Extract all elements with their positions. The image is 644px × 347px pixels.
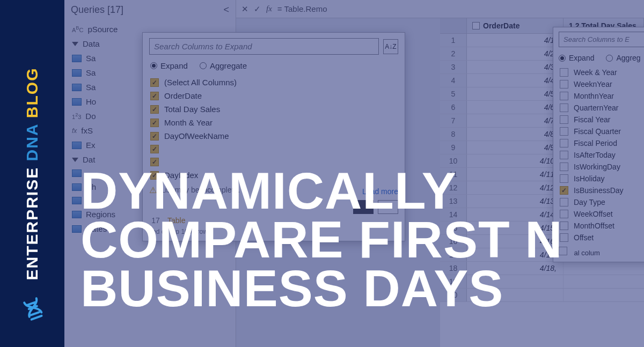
cell-orderdate: 4/2,	[467, 47, 564, 60]
row-index: 1	[440, 34, 467, 47]
brand-word-blog: BLOG	[23, 67, 41, 118]
checkbox-icon[interactable]	[150, 78, 159, 87]
column-checkbox-row[interactable]: WeeknYear	[559, 78, 644, 90]
row-index: 5	[440, 87, 467, 100]
headline-line-3: BUSINESS DAYS	[80, 264, 633, 313]
row-index: 9	[440, 141, 467, 154]
table-icon	[72, 55, 82, 62]
headline-line-1: DYNAMICALLY	[80, 166, 633, 215]
row-index: 7	[440, 114, 467, 127]
radio-aggregate[interactable]: Aggreg	[606, 54, 640, 62]
folder-icon	[72, 42, 78, 46]
brand-text: ENTERPRISE DNA BLOG	[23, 67, 41, 280]
row-index: 6	[440, 101, 467, 114]
formula-bar: ✕ ✓ fx = Table.Remo	[236, 0, 644, 18]
table-icon	[72, 69, 82, 77]
table-icon	[72, 142, 82, 149]
column-label: Fiscal Period	[574, 139, 617, 147]
headline-overlay: DYNAMICALLY COMPARE FIRST N BUSINESS DAY…	[80, 166, 633, 313]
cell-orderdate: 4/10,	[467, 154, 564, 167]
row-index-header	[440, 18, 467, 33]
folder-icon	[72, 158, 78, 162]
row-index: 4	[440, 74, 467, 87]
row-index: 3	[440, 61, 467, 73]
column-checkbox-row[interactable]: QuarternYear	[559, 102, 644, 114]
column-label: (Select All Columns)	[164, 78, 237, 87]
cancel-icon[interactable]: ✕	[241, 4, 248, 14]
checkbox-icon[interactable]	[150, 132, 159, 141]
column-checkbox-row[interactable]: MonthnYear	[559, 90, 644, 102]
fx-icon: fx	[72, 127, 77, 135]
checkbox-icon[interactable]	[150, 105, 159, 114]
column-checkbox-row[interactable]: IsAfterToday	[559, 149, 644, 161]
checkbox-icon[interactable]	[560, 104, 568, 112]
column-checkbox-row[interactable]: OrderDate	[149, 89, 398, 102]
cell-orderdate: 4/1,	[467, 34, 564, 47]
column-label: MonthnYear	[574, 92, 614, 100]
brand-word-enterprise: ENTERPRISE	[23, 166, 41, 280]
checkbox-icon[interactable]	[560, 80, 568, 88]
checkbox-icon[interactable]	[560, 68, 568, 77]
cell-orderdate: 4/3,	[467, 61, 564, 73]
column-checkbox-row[interactable]: Fiscal Period	[559, 137, 644, 149]
cell-orderdate: 4/8,	[467, 128, 564, 141]
checkbox-icon[interactable]	[560, 127, 568, 136]
checkbox-icon[interactable]	[150, 145, 159, 153]
checkbox-icon[interactable]	[560, 92, 568, 100]
collapse-icon[interactable]: <	[223, 4, 229, 16]
headline-line-2: COMPARE FIRST N	[80, 215, 633, 264]
text-type-icon: ABC	[72, 25, 83, 33]
brand-sidebar: ENTERPRISE DNA BLOG	[0, 0, 64, 347]
column-checkbox-row[interactable]: Total Day Sales	[149, 102, 398, 116]
column-header-orderdate[interactable]: OrderDate	[467, 18, 564, 33]
column-label: IsAfterToday	[574, 151, 616, 159]
checkbox-icon[interactable]	[560, 139, 568, 147]
checkbox-icon[interactable]	[150, 119, 159, 127]
cell-orderdate: 4/6,	[467, 101, 564, 114]
column-label: Fiscal Quarter	[574, 127, 621, 136]
row-index: 2	[440, 47, 467, 60]
cell-orderdate: 4/5,	[467, 87, 564, 100]
column-checkbox-row[interactable]: (Select All Columns)	[149, 76, 398, 89]
column-label: Total Day Sales	[164, 105, 220, 114]
column-label: Fiscal Year	[574, 115, 610, 124]
number-type-icon: 123	[72, 112, 81, 120]
column-checkbox-row[interactable]	[149, 143, 398, 156]
column-checkbox-row[interactable]: DayOfWeekName	[149, 129, 398, 143]
column-label: OrderDate	[164, 91, 202, 100]
commit-icon[interactable]: ✓	[254, 4, 261, 14]
checkbox-icon[interactable]	[560, 115, 568, 124]
column-checkbox-row[interactable]: Week & Year	[559, 67, 644, 78]
date-type-icon	[472, 22, 480, 29]
cell-orderdate: 4/4,	[467, 74, 564, 87]
table-icon	[72, 84, 82, 91]
expand-search-input[interactable]	[149, 38, 379, 55]
cell-orderdate: 4/9,	[467, 141, 564, 154]
radio-expand[interactable]: Expand	[150, 61, 188, 70]
radio-aggregate[interactable]: Aggregate	[200, 61, 247, 70]
column-checkbox-row[interactable]: Month & Year	[149, 116, 398, 129]
cell-orderdate: 4/7,	[467, 114, 564, 127]
column-checkbox-row[interactable]: Fiscal Year	[559, 114, 644, 125]
column-label: WeeknYear	[574, 80, 612, 88]
column-label: QuarternYear	[574, 104, 619, 112]
checkbox-icon[interactable]	[150, 92, 159, 100]
row-index: 8	[440, 128, 467, 141]
brand-word-dna: DNA	[23, 123, 41, 161]
radio-expand[interactable]: Expand	[559, 54, 594, 62]
column-label: Week & Year	[574, 68, 617, 77]
fx-label: fx	[266, 4, 272, 13]
column-label: DayOfWeekName	[164, 131, 229, 141]
checkbox-icon[interactable]	[560, 151, 568, 159]
queries-title: Queries [17]	[71, 4, 123, 16]
queries-header: Queries [17] <	[64, 0, 236, 20]
sort-button[interactable]: A↓Z	[383, 39, 398, 54]
table-icon	[72, 98, 82, 106]
formula-text[interactable]: = Table.Remo	[277, 4, 327, 13]
dna-icon	[18, 294, 52, 329]
column-label: Month & Year	[164, 118, 213, 127]
column-checkbox-row[interactable]: Fiscal Quarter	[559, 125, 644, 137]
expand-search-input[interactable]	[559, 32, 644, 47]
